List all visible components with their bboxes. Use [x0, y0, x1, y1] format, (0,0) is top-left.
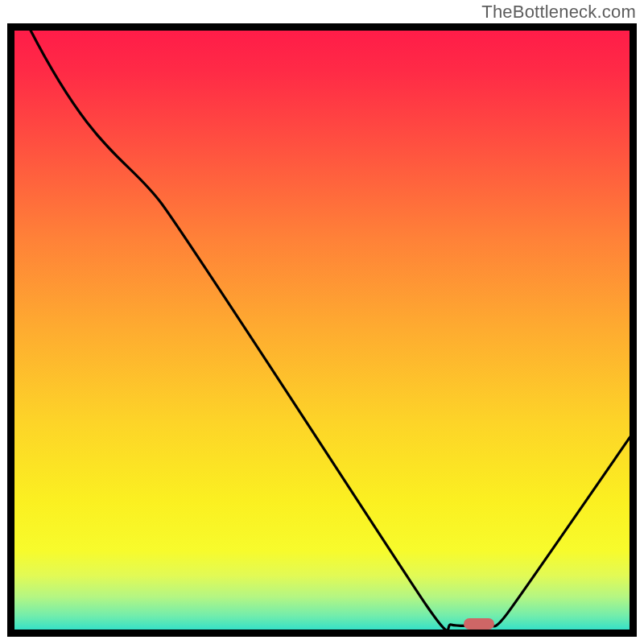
gradient-background — [7, 23, 637, 637]
svg-rect-0 — [7, 23, 637, 637]
plot-area — [7, 23, 637, 637]
chart-frame — [7, 23, 637, 637]
optimal-marker — [464, 618, 494, 630]
watermark-text: TheBottleneck.com — [481, 2, 636, 23]
